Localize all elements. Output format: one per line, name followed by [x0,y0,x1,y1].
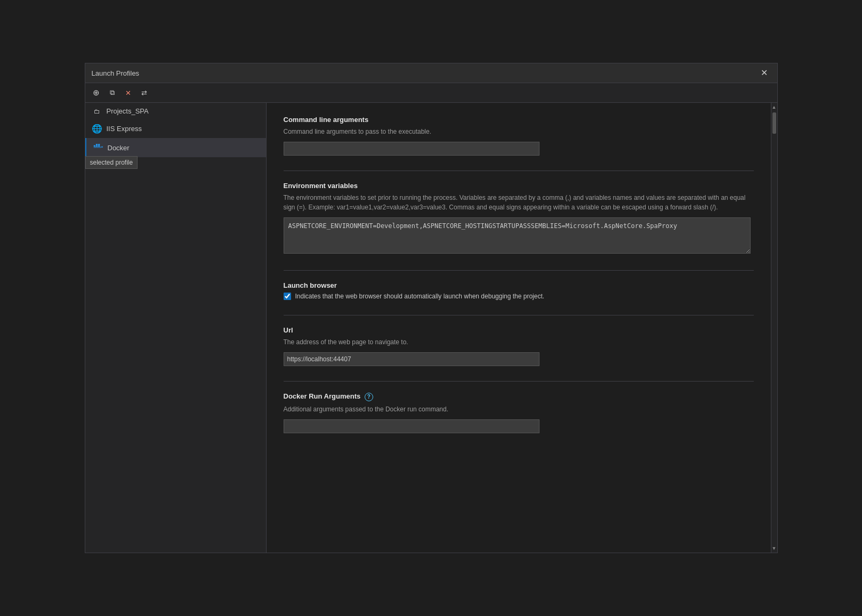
section-title: Command line arguments [284,116,754,124]
copy-profile-button[interactable]: ⧉ [106,86,119,99]
svg-rect-0 [93,145,95,147]
delete-icon: ✕ [125,89,131,97]
divider-4 [284,381,754,382]
right-panel: Command line arguments Command line argu… [267,103,771,553]
launch-browser-row: Indicates that the web browser should au… [284,293,754,300]
section-desc: The environment variables to set prior t… [284,193,754,212]
section-title: Environment variables [284,182,754,190]
sidebar: selected profile 🗀 Projects_SPA 🌐 IIS Ex… [85,103,267,553]
help-icon[interactable]: ? [365,393,373,401]
section-title: Launch browser [284,281,754,289]
scroll-down-arrow[interactable]: ▼ [771,544,777,553]
toolbar: ⊕ ⧉ ✕ ⇄ [85,83,777,103]
scroll-up-arrow[interactable]: ▲ [771,103,777,111]
selected-profile-tooltip: selected profile [85,156,138,169]
divider-2 [284,270,754,271]
svg-rect-2 [98,145,100,147]
vertical-scrollbar[interactable]: ▲ ▼ [771,103,777,553]
sidebar-item-docker[interactable]: Docker [85,138,266,157]
section-command-line-args: Command line arguments Command line argu… [284,116,754,156]
command-line-args-input[interactable] [284,142,539,156]
sidebar-item-iis-express[interactable]: 🌐 IIS Express [85,119,266,138]
navigate-button[interactable]: ⇄ [138,86,151,99]
svg-rect-3 [95,144,97,145]
section-title: Url [284,326,754,334]
sidebar-item-label: Projects_SPA [107,107,149,115]
section-launch-browser: Launch browser Indicates that the web br… [284,281,754,300]
scroll-spacer [771,135,777,544]
globe-icon: 🌐 [92,124,102,134]
section-desc: The address of the web page to navigate … [284,337,754,347]
divider-3 [284,315,754,315]
section-url: Url The address of the web page to navig… [284,326,754,366]
launch-browser-checkbox[interactable] [284,293,291,300]
svg-rect-5 [93,147,101,148]
close-button[interactable]: ✕ [758,68,771,78]
launch-profiles-dialog: Launch Profiles ✕ ⊕ ⧉ ✕ ⇄ selected profi… [85,63,778,553]
svg-rect-1 [95,145,97,147]
launch-browser-label: Indicates that the web browser should au… [295,293,545,300]
main-content: selected profile 🗀 Projects_SPA 🌐 IIS Ex… [85,103,777,553]
section-desc: Additional arguments passed to the Docke… [284,404,754,414]
title-bar: Launch Profiles ✕ [85,63,777,83]
sidebar-item-label: IIS Express [107,125,142,133]
divider-1 [284,171,754,171]
docker-run-args-input[interactable] [284,419,539,433]
section-title: Docker Run Arguments ? [284,392,754,401]
navigate-icon: ⇄ [141,89,147,97]
svg-point-6 [101,147,102,148]
delete-profile-button[interactable]: ✕ [122,86,135,99]
svg-rect-4 [98,144,100,145]
sidebar-item-projects-spa[interactable]: 🗀 Projects_SPA [85,103,266,119]
environment-variables-input[interactable]: ASPNETCORE_ENVIRONMENT=Development,ASPNE… [284,217,751,254]
section-desc: Command line arguments to pass to the ex… [284,127,754,136]
add-profile-button[interactable]: ⊕ [90,86,103,99]
copy-icon: ⧉ [110,88,115,97]
folder-icon: 🗀 [92,108,102,115]
sidebar-item-label: Docker [108,144,130,152]
dialog-title: Launch Profiles [92,69,140,77]
section-environment-variables: Environment variables The environment va… [284,182,754,255]
add-icon: ⊕ [93,88,100,98]
section-docker-run-arguments: Docker Run Arguments ? Additional argume… [284,392,754,433]
url-input[interactable] [284,352,539,366]
docker-icon [93,142,103,153]
scroll-thumb[interactable] [772,112,776,134]
